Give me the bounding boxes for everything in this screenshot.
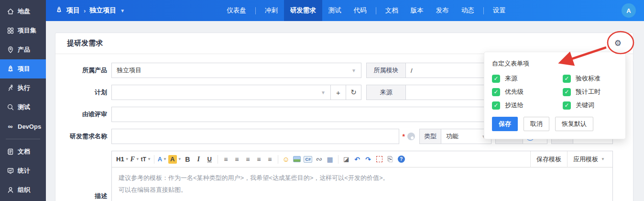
story-name-input[interactable] <box>111 129 399 144</box>
product-label: 所属产品 <box>55 66 111 75</box>
editor-content[interactable]: 建议参考的模板：作为一名<某种类型的用户>，我希望<达成某些目的>，这样可以<开… <box>112 168 612 201</box>
tab-发布[interactable]: 发布 <box>430 0 455 21</box>
sidebar-item-qa[interactable]: 测试 <box>0 98 46 117</box>
tab-代码[interactable]: 代码 <box>348 0 373 21</box>
top-navbar: 项目 › 独立项目 ▼ 仪表盘冲刺研发需求测试代码文档版本发布动态设置 A <box>46 0 644 21</box>
help-icon[interactable]: ? <box>396 154 406 165</box>
editor-template-line: 建议参考的模板：作为一名<某种类型的用户>，我希望<达成某些目的>，这样可以<开… <box>119 172 606 184</box>
sidebar-item-label: 项目集 <box>18 26 36 35</box>
add-plan-button[interactable]: + <box>330 85 346 100</box>
popup-option-关键词[interactable]: ✓关键词 <box>563 101 618 110</box>
chevron-down-icon: ▼ <box>601 157 605 161</box>
magnifier-icon <box>6 103 14 112</box>
reset-default-button[interactable]: 恢复默认 <box>555 117 593 131</box>
table-icon[interactable]: ▦ <box>325 154 335 165</box>
popup-option-预计工时[interactable]: ✓预计工时 <box>563 88 618 96</box>
font-color-icon[interactable]: A▼ <box>157 154 167 165</box>
tab-设置[interactable]: 设置 <box>487 0 512 21</box>
font-size-icon[interactable]: tT▼ <box>141 154 151 165</box>
checkbox-checked-icon[interactable]: ✓ <box>492 101 500 110</box>
popup-option-抄送给[interactable]: ✓抄送给 <box>492 101 563 110</box>
tab-仪表盘[interactable]: 仪表盘 <box>220 0 252 21</box>
popup-option-label: 预计工时 <box>576 88 600 96</box>
undo-icon[interactable]: ↶ <box>352 154 362 165</box>
redo-icon[interactable]: ↷ <box>363 154 373 165</box>
tab-研发需求[interactable]: 研发需求 <box>284 0 322 21</box>
ordered-list-icon[interactable]: ≡ <box>254 154 264 165</box>
save-button[interactable]: 保存 <box>492 117 518 131</box>
gear-icon[interactable]: ⚙ <box>614 39 622 47</box>
link-icon[interactable]: ∾ <box>314 154 324 165</box>
checkbox-checked-icon[interactable]: ✓ <box>563 75 571 83</box>
background-color-icon[interactable]: A▼ <box>168 154 182 165</box>
heading-icon[interactable]: H1▼ <box>116 154 129 165</box>
source-addon-label: 来源 <box>366 85 406 100</box>
popup-option-优先级[interactable]: ✓优先级 <box>492 88 563 96</box>
checkbox-checked-icon[interactable]: ✓ <box>492 88 500 96</box>
align-center-icon[interactable]: ≡ <box>232 154 242 165</box>
description-label: 描述 <box>55 192 111 201</box>
unordered-list-icon[interactable]: ≡ <box>265 154 275 165</box>
runner-icon <box>6 84 14 92</box>
color-palette-icon[interactable] <box>407 133 415 140</box>
checkbox-checked-icon[interactable]: ✓ <box>563 88 571 96</box>
cancel-button[interactable]: 取消 <box>524 117 549 131</box>
chevron-down-icon[interactable]: ▼ <box>120 8 125 13</box>
sidebar-item-dashboard[interactable]: 地盘 <box>0 2 46 21</box>
checkbox-checked-icon[interactable]: ✓ <box>563 101 571 110</box>
type-addon-label: 类型 <box>419 129 441 144</box>
breadcrumb-current[interactable]: 独立项目 <box>89 6 116 15</box>
underline-icon[interactable]: U <box>205 154 215 165</box>
sidebar-item-org[interactable]: 组织 <box>0 180 46 200</box>
tab-文档[interactable]: 文档 <box>379 0 404 21</box>
sidebar-item-report[interactable]: 统计 <box>0 161 46 180</box>
breadcrumb-section[interactable]: 项目 <box>66 6 80 15</box>
popup-option-来源[interactable]: ✓来源 <box>492 74 563 83</box>
tab-冲刺[interactable]: 冲刺 <box>259 0 284 21</box>
emoticon-icon[interactable]: ☺ <box>281 154 291 165</box>
chevron-down-icon: ▼ <box>125 157 129 161</box>
document-icon <box>6 148 14 156</box>
fullscreen-icon[interactable] <box>374 154 384 165</box>
refresh-icon[interactable]: ↻ <box>346 85 361 100</box>
italic-icon[interactable]: I <box>194 154 204 165</box>
apply-template-button[interactable]: 应用模板 ▼ <box>567 151 611 168</box>
sidebar-item-devops[interactable]: ∞DevOps <box>0 117 46 136</box>
sidebar-item-label: DevOps <box>18 123 41 130</box>
plan-select[interactable]: ▼ <box>111 85 331 100</box>
popup-title: 自定义表单项 <box>492 59 618 68</box>
rocket-icon <box>6 65 14 73</box>
save-template-button[interactable]: 保存模板 <box>530 151 567 168</box>
tab-测试[interactable]: 测试 <box>322 0 348 21</box>
sidebar-divider <box>6 139 40 139</box>
sidebar-item-product[interactable]: 产品 <box>0 40 46 59</box>
sidebar-item-label: 项目 <box>18 65 30 73</box>
sidebar-item-label: 执行 <box>18 84 30 92</box>
insert-image-icon[interactable] <box>292 154 302 165</box>
align-right-icon[interactable]: ≡ <box>243 154 253 165</box>
tab-动态[interactable]: 动态 <box>455 0 480 21</box>
paste-icon[interactable]: ⎘ <box>385 154 395 165</box>
program-grid-icon <box>6 27 14 35</box>
sidebar-item-project[interactable]: 项目 <box>0 59 46 78</box>
sidebar-item-label: 地盘 <box>18 7 30 16</box>
font-family-icon[interactable]: F▼ <box>130 154 140 165</box>
tab-版本[interactable]: 版本 <box>404 0 430 21</box>
popup-option-验收标准[interactable]: ✓验收标准 <box>563 74 618 83</box>
sidebar-item-execution[interactable]: 执行 <box>0 78 46 98</box>
sidebar-item-program[interactable]: 项目集 <box>0 21 46 40</box>
sidebar-item-doc[interactable]: 文档 <box>0 142 46 161</box>
chevron-down-icon: ▼ <box>349 68 356 73</box>
remove-format-icon[interactable]: ◪ <box>341 154 351 165</box>
popup-options: ✓来源✓验收标准✓优先级✓预计工时✓抄送给✓关键词 <box>492 74 618 110</box>
product-select[interactable]: 独立项目 ▼ <box>111 63 361 78</box>
code-icon[interactable]: C# <box>303 154 313 165</box>
sidebar-item-label: 文档 <box>18 147 30 156</box>
avatar[interactable]: A <box>622 3 636 18</box>
popup-option-label: 来源 <box>505 74 517 83</box>
checkbox-checked-icon[interactable]: ✓ <box>492 75 500 83</box>
bold-icon[interactable]: B <box>183 154 193 165</box>
rocket-icon <box>55 6 63 15</box>
page-title: 提研发需求 <box>67 39 103 48</box>
align-left-icon[interactable]: ≡ <box>221 154 231 165</box>
